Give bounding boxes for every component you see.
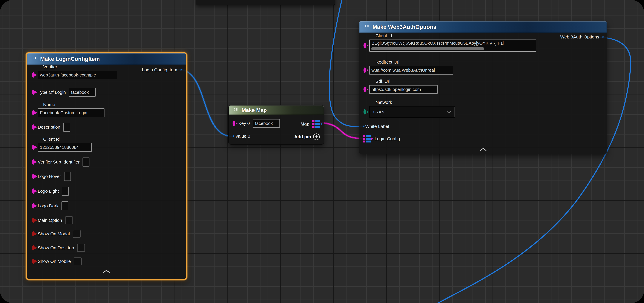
sdk-url-input[interactable] — [372, 87, 435, 92]
pin-group-client-id: Client Id — [359, 33, 607, 52]
pin-label: Show On Mobile — [38, 259, 71, 264]
pin-row-logo-light: Logo Light — [27, 187, 186, 196]
node-title: Make LoginConfigItem — [40, 56, 100, 62]
chevron-down-icon — [447, 111, 451, 113]
pin-row-show-on-mobile: Show On Mobile — [27, 257, 186, 266]
wire-top-to-whitelabel[interactable] — [329, 0, 364, 126]
input-pin-show-on-modal[interactable] — [32, 232, 35, 235]
add-pin-label: Add pin — [294, 134, 311, 139]
input-pin-logo-light[interactable] — [32, 190, 35, 192]
pin-label: Client Id — [43, 136, 186, 142]
node-make-map[interactable]: Make Map Key 0 Map Value 0 Add pin — [228, 105, 324, 144]
logo-light-input[interactable] — [62, 187, 69, 196]
wire-map-to-loginconfig-core[interactable] — [320, 123, 362, 138]
pin-label: Value 0 — [235, 134, 250, 139]
pin-row-show-on-modal: Show On Modal — [27, 229, 186, 238]
logo-hover-input[interactable] — [64, 172, 71, 181]
blueprint-graph-canvas[interactable]: Make LoginConfigItem Login Config Item V… — [0, 0, 644, 303]
node-header[interactable]: Make LoginConfigItem — [27, 53, 186, 65]
node-title: Make Web3AuthOptions — [372, 24, 436, 30]
pin-label: Show On Modal — [38, 231, 70, 236]
pin-row-logo-dark: Logo Dark — [27, 202, 186, 210]
pin-label: Verifier Sub Identifier — [38, 160, 80, 164]
type-of-login-input[interactable] — [71, 90, 93, 95]
input-pin-client-id[interactable] — [364, 44, 366, 47]
verifier-sub-identifier-input[interactable] — [82, 158, 90, 166]
verifier-input[interactable] — [40, 72, 115, 78]
pin-group-sdk-url: Sdk Url — [359, 79, 607, 94]
input-pin-logo-hover[interactable] — [32, 175, 35, 178]
redirect-url-input[interactable] — [372, 68, 451, 73]
input-pin-login-config[interactable] — [363, 135, 371, 142]
pin-label: Main Option — [38, 218, 62, 223]
pin-row-description: Description — [27, 123, 186, 132]
input-pin-show-on-desktop[interactable] — [32, 246, 35, 249]
node-header[interactable]: Make Map — [229, 106, 324, 115]
pin-label: Show On Desktop — [38, 245, 74, 250]
pin-label: Logo Light — [38, 188, 59, 194]
make-map-icon — [232, 107, 239, 113]
pin-label: Type Of Login — [38, 90, 66, 95]
node-title: Make Map — [242, 107, 267, 113]
pin-row-login-config: Login Config — [359, 134, 607, 144]
input-pin-logo-dark[interactable] — [32, 204, 35, 207]
pin-label: Login Config — [374, 136, 400, 141]
pin-label: Network — [376, 100, 607, 105]
pin-group-client-id: Client Id — [27, 136, 186, 152]
node-make-web3authoptions[interactable]: Make Web3AuthOptions Web 3Auth Options C… — [359, 21, 607, 154]
key0-input[interactable] — [255, 121, 278, 126]
input-pin-verifier[interactable] — [32, 74, 35, 76]
description-input[interactable] — [63, 123, 70, 132]
pin-label: White Label — [365, 124, 389, 129]
show-on-modal-checkbox[interactable] — [73, 230, 80, 238]
input-pin-network[interactable] — [364, 110, 366, 113]
name-input[interactable] — [40, 110, 102, 115]
logo-dark-input[interactable] — [62, 202, 68, 210]
client-id-input[interactable] — [372, 41, 534, 46]
network-dropdown[interactable]: CYAN — [369, 106, 455, 118]
pin-row-verifier-sub-identifier: Verifier Sub Identifier — [27, 158, 186, 166]
network-selected-value: CYAN — [373, 110, 384, 114]
make-struct-icon — [363, 24, 370, 30]
pin-label: Logo Dark — [38, 203, 58, 208]
node-make-loginconfigitem[interactable]: Make LoginConfigItem Login Config Item V… — [26, 52, 187, 280]
pin-label: Redirect Url — [376, 60, 607, 65]
input-pin-description[interactable] — [32, 126, 35, 128]
pin-group-redirect-url: Redirect Url — [359, 60, 607, 74]
input-pin-verifier-sub-identifier[interactable] — [32, 161, 35, 163]
input-pin-redirect-url[interactable] — [364, 69, 366, 72]
add-pin-control[interactable]: Add pin — [294, 134, 320, 140]
client-id-input[interactable] — [40, 145, 90, 150]
collapse-chevron-icon[interactable] — [103, 270, 110, 273]
input-pin-show-on-mobile[interactable] — [32, 260, 35, 263]
pin-row-show-on-desktop: Show On Desktop — [27, 243, 186, 252]
pin-label: Description — [38, 124, 60, 130]
pin-label: Logo Hover — [38, 174, 61, 179]
input-pin-name[interactable] — [32, 111, 35, 114]
pin-group-name: Name — [27, 102, 186, 117]
pin-label: Client Id — [376, 33, 607, 38]
input-pin-client-id[interactable] — [32, 146, 35, 149]
show-on-mobile-checkbox[interactable] — [74, 258, 82, 265]
add-pin-icon[interactable] — [313, 134, 320, 140]
output-pin-map[interactable] — [312, 120, 320, 128]
pin-row-logo-hover: Logo Hover — [27, 172, 186, 181]
pin-group-network: Network CYAN — [359, 100, 607, 118]
field-horizontal-scrollbar[interactable] — [371, 47, 484, 50]
input-pin-main-option[interactable] — [32, 219, 35, 222]
pin-row-white-label: White Label — [359, 121, 607, 132]
input-pin-sdk-url[interactable] — [364, 88, 366, 91]
show-on-desktop-checkbox[interactable] — [77, 244, 85, 252]
collapse-chevron-icon[interactable] — [480, 148, 486, 151]
pin-row-main-option: Main Option — [27, 216, 186, 225]
pin-row-type-of-login: Type Of Login — [27, 88, 186, 97]
main-option-checkbox[interactable] — [65, 216, 73, 224]
make-struct-icon — [31, 56, 38, 62]
pin-label: Sdk Url — [376, 79, 607, 84]
input-pin-type-of-login[interactable] — [32, 91, 35, 94]
pin-label: Verifier — [43, 64, 186, 70]
input-pin-key0[interactable] — [232, 122, 235, 125]
cutoff-node-top[interactable] — [196, 0, 336, 6]
node-header[interactable]: Make Web3AuthOptions — [359, 21, 607, 33]
pin-group-verifier: Verifier — [27, 64, 186, 79]
